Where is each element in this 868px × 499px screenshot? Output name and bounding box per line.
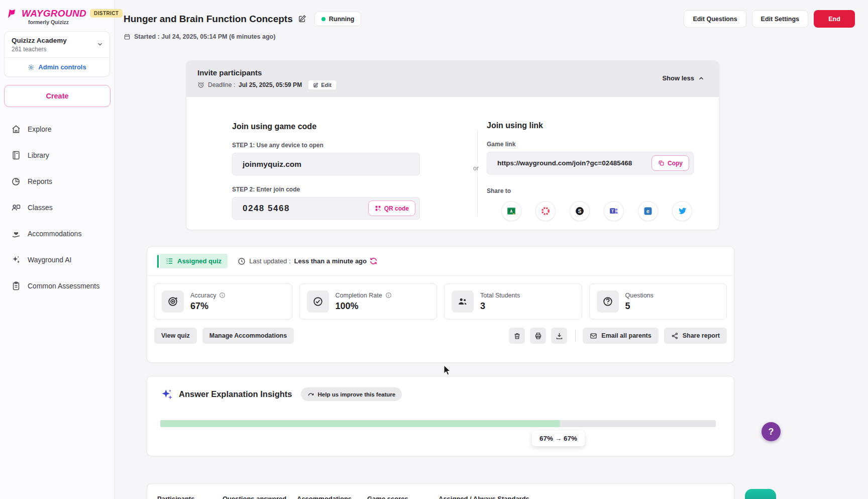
questions-icon bbox=[597, 290, 619, 313]
end-button[interactable]: End bbox=[814, 10, 855, 28]
download-icon bbox=[556, 332, 563, 340]
or-label: or bbox=[471, 163, 481, 173]
insights-progress-bar bbox=[160, 420, 716, 427]
alarm-clock-icon bbox=[197, 81, 204, 88]
column-header-participants[interactable]: Participants bbox=[157, 495, 194, 499]
report-actions-row: View quiz Manage Accommodations Email al… bbox=[147, 320, 734, 344]
floating-action-button[interactable] bbox=[745, 489, 776, 499]
participants-table-card: Participants Questions answered Accommod… bbox=[147, 483, 734, 499]
column-header-accommodations[interactable]: Accommodations bbox=[297, 495, 352, 499]
admin-controls-link[interactable]: Admin controls bbox=[5, 58, 110, 76]
ai-sparkles-icon bbox=[160, 388, 173, 401]
assigned-quiz-badge: Assigned quiz bbox=[160, 254, 228, 268]
sidebar-item-wayground-ai[interactable]: Wayground AI bbox=[4, 247, 110, 273]
completion-check-icon bbox=[307, 290, 329, 313]
help-button[interactable]: ? bbox=[762, 422, 781, 441]
page-header: Hunger and Brain Function Concepts Runni… bbox=[124, 10, 855, 28]
invite-title: Invite participants bbox=[197, 68, 708, 77]
copy-icon bbox=[658, 160, 665, 166]
print-button[interactable] bbox=[530, 328, 546, 344]
share-nodes-icon bbox=[671, 332, 679, 340]
accuracy-target-icon bbox=[162, 290, 184, 313]
org-teacher-count: 261 teachers bbox=[12, 46, 102, 53]
assigned-quiz-row: Assigned quiz Last updated : Less than a… bbox=[147, 247, 734, 276]
invite-participants-card: Invite participants Deadline : Jul 25, 2… bbox=[186, 60, 719, 230]
column-header-standards[interactable]: Assigned / Always Standards bbox=[439, 495, 529, 499]
edit-settings-button[interactable]: Edit Settings bbox=[752, 10, 808, 28]
game-link-field[interactable]: https://wayground.com/join?gc=02485468 C… bbox=[487, 152, 694, 174]
column-divider bbox=[477, 130, 478, 217]
total-students-value: 3 bbox=[480, 301, 520, 312]
join-domain-field[interactable]: joinmyquiz.com bbox=[232, 153, 420, 175]
assessments-icon bbox=[11, 281, 21, 291]
email-all-parents-button[interactable]: Email all parents bbox=[583, 328, 658, 344]
game-link-label: Game link bbox=[487, 141, 694, 148]
feedback-arrow-icon bbox=[307, 391, 314, 398]
info-icon[interactable] bbox=[385, 292, 392, 298]
sidebar-item-accommodations[interactable]: Accommodations bbox=[4, 221, 110, 247]
trash-icon bbox=[513, 332, 521, 340]
stat-card-accuracy: Accuracy 67% bbox=[154, 283, 292, 320]
sidebar-item-classes[interactable]: Classes bbox=[4, 194, 110, 221]
invite-body: Join using game code STEP 1: Use any dev… bbox=[186, 97, 719, 230]
seesaw-icon[interactable] bbox=[535, 201, 556, 221]
accuracy-value: 67% bbox=[190, 301, 226, 312]
download-button[interactable] bbox=[551, 328, 567, 344]
sidebar-item-explore[interactable]: Explore bbox=[4, 116, 110, 142]
home-icon bbox=[11, 124, 21, 134]
column-header-questions[interactable]: Questions answered bbox=[223, 495, 286, 499]
district-badge: DISTRICT bbox=[90, 9, 123, 18]
list-check-icon bbox=[166, 257, 173, 265]
insights-title: Answer Explanation Insights bbox=[179, 389, 292, 399]
join-code-field[interactable]: 0248 5468 QR code bbox=[232, 197, 420, 220]
sidebar-item-library[interactable]: Library bbox=[4, 142, 110, 168]
game-code-value: 0248 5468 bbox=[243, 204, 290, 214]
chevron-down-icon[interactable] bbox=[96, 41, 103, 48]
view-quiz-button[interactable]: View quiz bbox=[154, 328, 197, 344]
insights-progress-label: 67% → 67% bbox=[532, 431, 585, 446]
qr-code-button[interactable]: QR code bbox=[368, 201, 415, 216]
questions-value: 5 bbox=[625, 301, 654, 312]
status-badge: Running bbox=[314, 12, 362, 26]
twitter-icon[interactable] bbox=[672, 201, 692, 221]
svg-text:e: e bbox=[646, 209, 649, 214]
edit-deadline-button[interactable]: Edit bbox=[308, 80, 336, 89]
printer-icon bbox=[534, 332, 542, 340]
edit-questions-button[interactable]: Edit Questions bbox=[684, 10, 746, 28]
copy-link-button[interactable]: Copy bbox=[652, 155, 689, 171]
org-name: Quizizz Academy bbox=[12, 37, 102, 44]
schoology-icon[interactable]: S bbox=[570, 201, 590, 221]
envelope-icon bbox=[590, 332, 597, 340]
sidebar-item-common-assessments[interactable]: Common Assessments bbox=[4, 273, 110, 299]
manage-accommodations-button[interactable]: Manage Accommodations bbox=[202, 328, 294, 344]
started-timestamp: Started : Jul 24, 2025, 05:14 PM (6 minu… bbox=[124, 33, 275, 40]
join-link-heading: Join using link bbox=[487, 121, 694, 130]
share-report-button[interactable]: Share report bbox=[664, 328, 727, 344]
library-icon bbox=[11, 150, 21, 160]
google-classroom-icon[interactable] bbox=[501, 201, 521, 221]
sidebar-item-reports[interactable]: Reports bbox=[4, 168, 110, 194]
invite-header: Invite participants Deadline : Jul 25, 2… bbox=[186, 61, 719, 97]
share-to-label: Share to bbox=[487, 187, 694, 194]
info-icon[interactable] bbox=[219, 292, 226, 298]
last-updated-value: Less than a minute ago bbox=[294, 257, 367, 265]
join-code-column: Join using game code STEP 1: Use any dev… bbox=[232, 122, 420, 220]
refresh-icon[interactable] bbox=[369, 257, 378, 265]
improve-feature-button[interactable]: Help us improve this feature bbox=[301, 387, 402, 401]
org-selector[interactable]: Quizizz Academy 261 teachers bbox=[5, 32, 110, 57]
chevron-up-icon bbox=[698, 75, 705, 82]
edmodo-icon[interactable]: e bbox=[638, 201, 658, 221]
delete-button[interactable] bbox=[509, 328, 525, 344]
column-header-game-scores[interactable]: Game scores bbox=[367, 495, 408, 499]
qr-icon bbox=[375, 205, 381, 212]
show-less-toggle[interactable]: Show less bbox=[662, 74, 705, 82]
reports-icon bbox=[11, 176, 21, 186]
brand-tagline: formerly Quizizz bbox=[28, 19, 110, 25]
microsoft-teams-icon[interactable]: T bbox=[604, 201, 624, 221]
sparkles-icon bbox=[11, 255, 21, 265]
gear-icon bbox=[28, 64, 35, 71]
edit-title-icon[interactable] bbox=[298, 15, 306, 23]
main-content: Hunger and Brain Function Concepts Runni… bbox=[115, 0, 868, 499]
students-icon bbox=[452, 290, 474, 313]
create-button[interactable]: Create bbox=[4, 85, 111, 107]
